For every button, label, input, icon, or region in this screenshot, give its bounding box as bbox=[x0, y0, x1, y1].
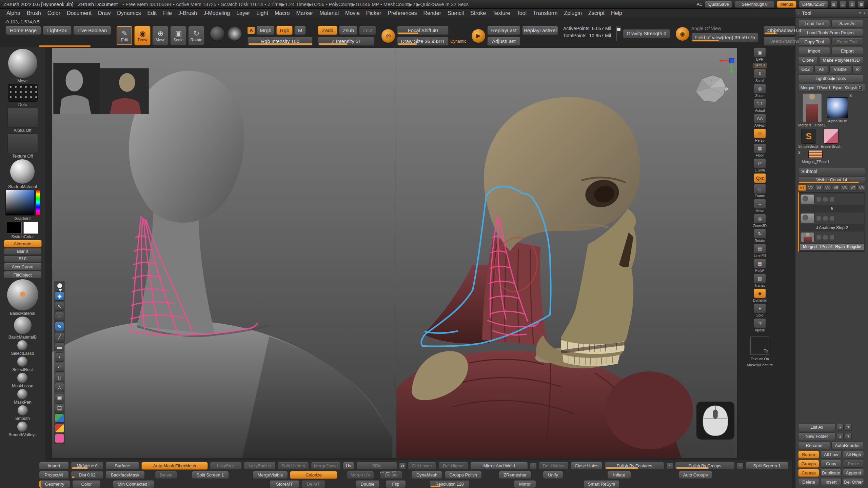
smart-resym-button[interactable]: Smart ReSym bbox=[584, 480, 619, 488]
tab-v7[interactable]: V7 bbox=[849, 185, 857, 191]
folder-up-icon[interactable]: ▲ bbox=[837, 433, 844, 440]
all-low-button[interactable]: All Low bbox=[821, 451, 842, 459]
knife-icon[interactable]: ╱ bbox=[55, 332, 64, 341]
current-tool-bar[interactable]: Merged_TPose1_Ryan_Kingsli R bbox=[798, 84, 865, 92]
select-lasso-brush[interactable]: SelectLasso bbox=[11, 340, 34, 356]
paste-tool-button[interactable]: Paste Tool bbox=[831, 38, 863, 46]
tab-v8[interactable]: V8 bbox=[857, 185, 865, 191]
dist-slider[interactable]: Dist 0.02 bbox=[71, 471, 103, 479]
see-through-slider[interactable]: See-through 0 bbox=[734, 1, 774, 8]
del-other-button[interactable]: Del Other bbox=[843, 478, 864, 486]
sdiv-stepper-icon[interactable]: ▴▾ bbox=[399, 463, 406, 469]
color-picker[interactable]: Gradient bbox=[5, 190, 40, 221]
menu-zplugin[interactable]: Zplugin bbox=[561, 9, 585, 17]
move-mode-button[interactable]: ⊕Move bbox=[152, 26, 169, 45]
gravity-gauge[interactable] bbox=[616, 26, 621, 41]
layout-grid-icon[interactable]: ▦ bbox=[830, 1, 837, 8]
menu-render[interactable]: Render bbox=[420, 9, 444, 17]
fill-object-button[interactable]: FillObject bbox=[4, 271, 42, 279]
merge-down-button[interactable]: MergeDown bbox=[311, 462, 341, 470]
resolution-slider[interactable]: Resolution 128 bbox=[430, 480, 470, 488]
swatch-red-yellow[interactable] bbox=[55, 424, 64, 433]
midvalue-slider[interactable]: MidValue 0 bbox=[71, 462, 103, 470]
polish-by-groups-slider[interactable]: Polish By Groups bbox=[675, 462, 735, 470]
secondary-color-swatch[interactable] bbox=[23, 222, 38, 234]
tab-v5[interactable]: V5 bbox=[832, 185, 840, 191]
rf-slider[interactable]: Rf 0 bbox=[4, 256, 42, 262]
weld-axis-icon[interactable]: ▫ bbox=[530, 463, 537, 469]
pink-color-swatch[interactable] bbox=[55, 434, 64, 443]
transparency-button[interactable]: ▨Transp bbox=[754, 273, 766, 287]
perspective-button[interactable]: ◇Persp bbox=[754, 128, 766, 142]
smooth-brush[interactable]: Smooth bbox=[15, 405, 30, 421]
subtool-toggle-icon[interactable] bbox=[830, 197, 835, 202]
min-connected-button[interactable]: Min Connected l bbox=[113, 480, 154, 488]
auto-reorder-button[interactable]: AutoReorder bbox=[831, 442, 863, 449]
zcut-button[interactable]: Zcut bbox=[359, 26, 376, 35]
zsub-button[interactable]: Zsub bbox=[339, 26, 357, 35]
panel-menu-icon[interactable]: ≡ bbox=[859, 11, 862, 16]
lightbox-button[interactable]: LightBox bbox=[43, 26, 71, 35]
menu-dynamics[interactable]: Dynamics bbox=[114, 9, 144, 17]
merge-visible-button[interactable]: MergeVisible bbox=[253, 471, 288, 479]
subtool-folder-label[interactable]: J Anatomy Step-2 bbox=[800, 225, 864, 231]
alphabrush-thumb[interactable]: AlphaBrush bbox=[827, 97, 848, 123]
scroll-button[interactable]: ⇕Scroll bbox=[754, 69, 766, 83]
floor-grid-button[interactable]: ▦Floor bbox=[754, 143, 766, 157]
lightbox-tools-button[interactable]: Lightbox▶Tools bbox=[798, 75, 863, 82]
scale-mode-button[interactable]: ▣Scale bbox=[170, 26, 186, 45]
tab-v3[interactable]: V3 bbox=[815, 185, 823, 191]
del-higher-button[interactable]: Del Higher bbox=[438, 462, 468, 470]
rotate-mode-button[interactable]: ↻Rotate bbox=[188, 26, 204, 45]
menu-zscript[interactable]: Zscript bbox=[585, 9, 608, 17]
layout-cols-icon[interactable]: ▥ bbox=[849, 1, 855, 8]
split-screen-2-button[interactable]: Split Screen 1 bbox=[192, 471, 229, 479]
menu-texture[interactable]: Texture bbox=[489, 9, 513, 17]
geometry-section-button[interactable]: Geometry bbox=[39, 480, 70, 488]
colorize-button[interactable]: Colorize bbox=[290, 471, 337, 479]
draw-size-slider[interactable]: Draw Size 36.93311 bbox=[397, 37, 449, 46]
menu-transform[interactable]: Transform bbox=[530, 9, 560, 17]
tab-v2[interactable]: V2 bbox=[807, 185, 814, 191]
qxz-symmetry-button[interactable]: Qxz bbox=[754, 173, 766, 183]
spix-slider[interactable]: SPix 3 bbox=[752, 62, 767, 68]
copy-tool-button[interactable]: Copy Tool bbox=[798, 38, 830, 46]
subtool-toggle-icon[interactable] bbox=[823, 197, 828, 202]
basic-material-b-thumb[interactable]: BasicMaterialB bbox=[8, 317, 37, 340]
ruler-icon[interactable]: ▬ bbox=[55, 342, 64, 351]
smooth-valleys-brush[interactable]: SmoothValleys bbox=[8, 422, 36, 437]
merged-tpose1-thumb[interactable]: Merged_TPose1 bbox=[802, 150, 829, 164]
panel-pin-icon[interactable]: ▪ bbox=[864, 11, 865, 16]
swatch-green-blue[interactable] bbox=[55, 413, 64, 423]
toolbar-divider-handle[interactable]: ▴▴ ▬ ▾▾ bbox=[380, 470, 397, 474]
layout-mix-icon[interactable]: ▩ bbox=[858, 1, 865, 8]
menu-stencil[interactable]: Stencil bbox=[445, 9, 467, 17]
lasso-icon[interactable]: ◌ bbox=[55, 312, 64, 321]
split-hidden-button[interactable]: Split Hidden bbox=[278, 462, 309, 470]
import-button[interactable]: Import bbox=[39, 462, 69, 470]
backface-mask-button[interactable]: BackfaceMask bbox=[105, 471, 145, 479]
sdiv-slider[interactable]: SDiv bbox=[356, 462, 397, 470]
alternate-button[interactable]: Alternate bbox=[4, 240, 42, 247]
default-zscript-button[interactable]: DefaultZScr bbox=[799, 1, 828, 8]
subtool-tab-v1[interactable]: V1 bbox=[798, 185, 806, 191]
stroke-preview-dots[interactable]: Dots bbox=[8, 84, 38, 107]
zoom3d-button[interactable]: ◎Zoom3D bbox=[753, 214, 767, 228]
mrgb-button[interactable]: Mrgb bbox=[256, 26, 275, 35]
store-mt-button[interactable]: StoreMT bbox=[270, 480, 299, 488]
lazyradius-slider[interactable]: LazyRadius bbox=[244, 462, 276, 470]
menu-tool[interactable]: Tool bbox=[514, 9, 530, 17]
insert-button[interactable]: Insert bbox=[821, 478, 842, 486]
alpha-preview[interactable]: Alpha Off bbox=[7, 108, 38, 133]
move-canvas-button[interactable]: ↔Move bbox=[754, 199, 766, 213]
menu-brush[interactable]: Brush bbox=[24, 9, 44, 17]
polish-by-features-slider[interactable]: Polish By Features bbox=[605, 462, 664, 470]
surface-button[interactable]: Surface bbox=[105, 462, 139, 470]
paste-subtool-button[interactable]: Paste bbox=[843, 460, 864, 468]
export-tool-button[interactable]: Export bbox=[831, 47, 863, 55]
material-preview[interactable]: StartupMaterial bbox=[8, 159, 37, 189]
menu-stroke[interactable]: Stroke bbox=[467, 9, 489, 17]
menu-preferences[interactable]: Preferences bbox=[384, 9, 420, 17]
border-button[interactable]: Border bbox=[798, 451, 819, 459]
menu-marker[interactable]: Marker bbox=[293, 9, 316, 17]
